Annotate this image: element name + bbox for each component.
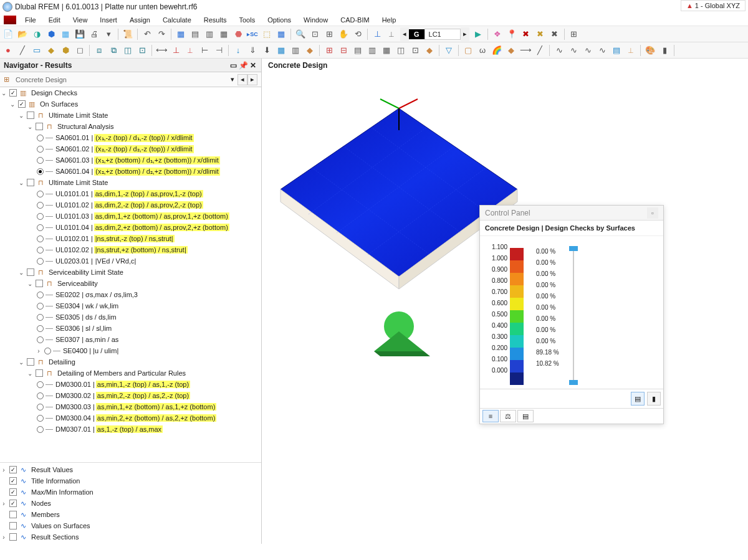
table1-icon[interactable]: ▤ <box>188 27 202 41</box>
palette-icon[interactable]: 🎨 <box>643 44 657 57</box>
layer-icon[interactable]: ❖ <box>491 27 504 41</box>
del1-icon[interactable]: ✖ <box>519 27 533 41</box>
close-icon[interactable]: ▫ <box>647 207 658 219</box>
ld1-icon[interactable]: ↓ <box>231 44 245 57</box>
menu-insert[interactable]: Insert <box>94 15 123 25</box>
member-icon[interactable]: ▭ <box>30 44 44 57</box>
open-icon[interactable]: 📂 <box>16 27 29 41</box>
ld6-icon[interactable]: ◆ <box>303 44 317 57</box>
s2-icon[interactable]: ⧉ <box>107 44 120 57</box>
menu-file[interactable]: File <box>19 15 42 25</box>
tree-item-SE0304[interactable]: SE0304 | wk / wk,lim <box>0 300 261 311</box>
sup3-icon[interactable]: ⊢ <box>198 44 211 57</box>
tree-detailing-rules[interactable]: ⌄⊓Detailing of Members and Particular Ru… <box>0 368 261 379</box>
v4-icon[interactable]: ◆ <box>504 44 518 57</box>
tree-item-SE0400[interactable]: ›SE0400 | |u / ulim| <box>0 345 261 356</box>
r7-icon[interactable]: ⊡ <box>408 44 422 57</box>
r1-icon[interactable]: ⊞ <box>322 44 336 57</box>
r3-icon[interactable]: ▤ <box>351 44 365 57</box>
menu-view[interactable]: View <box>67 15 94 25</box>
new-icon[interactable]: 📄 <box>1 27 15 41</box>
pin-panel-icon[interactable]: 📌 <box>239 61 247 70</box>
close-panel-icon[interactable]: ✕ <box>249 61 257 70</box>
panel-btn-2[interactable]: ▮ <box>647 392 661 406</box>
menu-results[interactable]: Results <box>198 15 233 25</box>
viewport[interactable]: Concrete Design <box>262 59 748 544</box>
table3-icon[interactable]: ▦ <box>217 27 231 41</box>
tree-structural-analysis[interactable]: ⌄⊓Structural Analysis <box>0 121 261 132</box>
pin-icon[interactable]: 📍 <box>505 27 519 41</box>
c4-icon[interactable]: ∿ <box>595 44 609 57</box>
float-icon[interactable]: ▭ <box>229 61 237 70</box>
pan-icon[interactable]: ✋ <box>337 27 350 41</box>
filter-icon[interactable]: ▽ <box>442 44 456 57</box>
opt-max/min information[interactable]: ∿Max/Min Information <box>0 486 261 498</box>
app-menu-icon[interactable] <box>4 16 16 24</box>
v1-icon[interactable]: ▢ <box>461 44 475 57</box>
ld5-icon[interactable]: ▥ <box>289 44 302 57</box>
opt-result sections[interactable]: ›∿Result Sections <box>0 531 261 543</box>
opt-members[interactable]: ∿Members <box>0 509 261 520</box>
opt-values on surfaces[interactable]: ∿Values on Surfaces <box>0 520 261 531</box>
c3-icon[interactable]: ∿ <box>581 44 595 57</box>
tree-design-checks[interactable]: ⌄▥Design Checks <box>0 87 261 98</box>
tree-item-DM0307.01[interactable]: DM0307.01 | as,1,-z (top) / as,max <box>0 424 261 435</box>
tree-detailing[interactable]: ⌄⊓Detailing <box>0 356 261 368</box>
panel-tab-1[interactable]: ≡ <box>482 410 499 422</box>
tree-item-UL0101.03[interactable]: UL0101.03 | as,dim,1,+z (bottom) / as,pr… <box>0 211 261 222</box>
tree-item-DM0300.04[interactable]: DM0300.04 | as,min,2,+z (bottom) / as,2,… <box>0 412 261 424</box>
tree-item-SE0305[interactable]: SE0305 | ds / ds,lim <box>0 311 261 323</box>
zoom-sel-icon[interactable]: 🔍 <box>294 27 307 41</box>
redo-icon[interactable]: ↷ <box>155 27 168 41</box>
undo-icon[interactable]: ↶ <box>140 27 154 41</box>
menu-window[interactable]: Window <box>297 15 334 25</box>
control-panel-header[interactable]: Control Panel ▫ <box>480 206 663 221</box>
tree-sls[interactable]: ⌄⊓Serviceability Limit State <box>0 267 261 278</box>
sup2-icon[interactable]: ⟂ <box>183 44 197 57</box>
misc-icon[interactable]: ⊞ <box>567 27 581 41</box>
del3-icon[interactable]: ✖ <box>548 27 562 41</box>
v5-icon[interactable]: ⟶ <box>519 44 532 57</box>
menu-assign[interactable]: Assign <box>123 15 156 25</box>
tree-item-UL0203.01[interactable]: UL0203.01 | |VEd / VRd,c| <box>0 255 261 267</box>
design-select[interactable]: Concrete Design <box>12 75 228 85</box>
dropdown-icon[interactable]: ▾ <box>228 75 237 83</box>
dim-icon[interactable]: ⟷ <box>155 44 168 57</box>
tree-item-SE0306[interactable]: SE0306 | sl / sl,lim <box>0 323 261 334</box>
axis-icon[interactable]: ⊥ <box>370 27 384 41</box>
tree-item-SE0202[interactable]: SE0202 | σs,max / σs,lim,3 <box>0 289 261 300</box>
tool2-icon[interactable]: ▦ <box>274 27 288 41</box>
c6-icon[interactable]: ⟂ <box>624 44 638 57</box>
tree-item-DM0300.02[interactable]: DM0300.02 | as,min,2,-z (top) / as,2,-z … <box>0 390 261 401</box>
script-icon[interactable]: 📜 <box>121 27 135 41</box>
c5-icon[interactable]: ▤ <box>610 44 623 57</box>
print-icon[interactable]: 🖨 <box>87 27 101 41</box>
r5-icon[interactable]: ▦ <box>380 44 393 57</box>
surface-icon[interactable]: ◆ <box>44 44 58 57</box>
del2-icon[interactable]: ✖ <box>534 27 547 41</box>
menu-options[interactable]: Options <box>261 15 297 25</box>
tree-serviceability[interactable]: ⌄⊓Serviceability <box>0 278 261 289</box>
menu-calculate[interactable]: Calculate <box>156 15 198 25</box>
node-icon[interactable]: ● <box>1 44 15 57</box>
rotate-icon[interactable]: ⟲ <box>351 27 365 41</box>
panel-tab-2[interactable]: ⚖ <box>500 410 516 422</box>
tree-item-UL0102.02[interactable]: UL0102.02 | |ns,strut,+z (bottom) / ns,s… <box>0 244 261 255</box>
menu-cadbim[interactable]: CAD-BIM <box>334 15 375 25</box>
opt-result values[interactable]: ›∿Result Values <box>0 464 261 475</box>
slider-icon[interactable]: ▮ <box>658 44 671 57</box>
model-icon[interactable]: ⬢ <box>44 27 58 41</box>
tool-icon[interactable]: ⬚ <box>260 27 274 41</box>
menu-edit[interactable]: Edit <box>42 15 67 25</box>
v3-icon[interactable]: 🌈 <box>490 44 504 57</box>
zoom-fit-icon[interactable]: ⊞ <box>322 27 336 41</box>
tree-on-surfaces[interactable]: ⌄▥On Surfaces <box>0 98 261 110</box>
sc-icon[interactable]: ▸SC <box>246 27 259 41</box>
s3-icon[interactable]: ◫ <box>121 44 135 57</box>
tree-item-SA0601.01[interactable]: SA0601.01 | (x₁,-z (top) / d₁,-z (top)) … <box>0 132 261 143</box>
tree-item-SA0601.03[interactable]: SA0601.03 | (x₁,+z (bottom) / d₁,+z (bot… <box>0 154 261 166</box>
tree-item-SA0601.04[interactable]: SA0601.04 | (x₂,+z (bottom) / d₂,+z (bot… <box>0 166 261 177</box>
opt-nodes[interactable]: ›∿Nodes <box>0 498 261 509</box>
block-icon[interactable]: ▦ <box>59 27 72 41</box>
tree-item-UL0101.01[interactable]: UL0101.01 | as,dim,1,-z (top) / as,prov,… <box>0 188 261 199</box>
